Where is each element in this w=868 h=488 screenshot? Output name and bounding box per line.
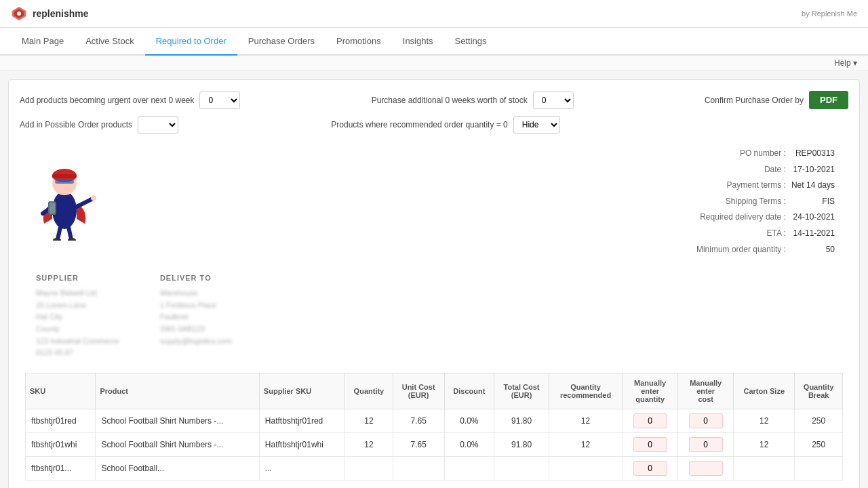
po-payment-label: Payment terms : [694, 178, 789, 194]
deliver-to-address: Warehouse1 Fictitious PlaceFaulknerSW1 0… [160, 287, 232, 347]
app-tagline: by Replenish Me [802, 9, 857, 18]
confirm-po-group: Confirm Purchase Order by PDF [705, 91, 848, 109]
cell-manually-cost[interactable] [678, 456, 734, 480]
manually-cost-input[interactable] [689, 413, 723, 428]
cell-discount: 0.0% [444, 409, 494, 432]
logo-area: replenishme [11, 5, 88, 22]
cell-supplier-sku: Hatftbshtjr01red [259, 409, 344, 432]
svg-point-2 [17, 12, 21, 16]
table-row: ftbshtjr01...School Football...... [26, 456, 843, 480]
cell-discount [444, 456, 494, 480]
cell-product: School Football Shirt Numbers -... [96, 432, 259, 456]
table-row: ftbshtjr01whiSchool Football Shirt Numbe… [26, 432, 843, 456]
pdf-button[interactable]: PDF [809, 91, 848, 109]
nav-settings[interactable]: Settings [444, 28, 498, 56]
possible-order-select[interactable] [138, 116, 178, 134]
help-bar: Help ▾ [0, 56, 868, 71]
help-link[interactable]: Help ▾ [834, 58, 857, 68]
cell-quantity: 12 [345, 432, 393, 456]
cell-qty-recommended: 12 [549, 432, 622, 456]
order-table: SKU Product Supplier SKU Quantity Unit C… [25, 373, 843, 481]
svg-line-11 [68, 227, 71, 239]
table-row: ftbshtjr01redSchool Football Shirt Numbe… [26, 409, 843, 432]
po-date-value: 17-10-2021 [789, 162, 837, 178]
supplier-address: Mayne Bidwell Ltd15 Lorem LaneHat CityCo… [36, 287, 119, 359]
manually-qty-input[interactable] [633, 461, 667, 476]
col-product: Product [96, 373, 259, 409]
po-shipping-value: FIS [789, 194, 837, 210]
svg-line-10 [58, 227, 60, 239]
manually-qty-input[interactable] [633, 413, 667, 428]
logo-icon [11, 5, 27, 22]
cell-quantity [345, 456, 393, 480]
cell-qty-break: 250 [795, 432, 843, 456]
cell-total-cost: 91.80 [494, 432, 549, 456]
col-discount: Discount [444, 373, 494, 409]
col-qty-recommended: Quantityrecommended [549, 373, 622, 409]
cell-manually-cost[interactable] [678, 432, 734, 456]
nav-promotions[interactable]: Promotions [326, 28, 392, 56]
po-details: PO number : REP00313 Date : 17-10-2021 P… [694, 146, 837, 258]
confirm-po-label: Confirm Purchase Order by [705, 96, 804, 105]
possible-order-label: Add in Possible Order products [20, 120, 132, 129]
po-eta-label: ETA : [694, 226, 789, 242]
additional-weeks-filter-group: Purchase additional 0 weeks worth of sto… [372, 92, 574, 109]
nav-purchase-orders[interactable]: Purchase Orders [237, 28, 326, 56]
cell-carton-size: 12 [734, 432, 795, 456]
cell-sku: ftbshtjr01red [26, 409, 96, 432]
col-unit-cost: Unit Cost(EUR) [393, 373, 444, 409]
cell-qty-break: 250 [795, 409, 843, 432]
urgency-filter-select[interactable]: 012 [199, 92, 240, 109]
deliver-to-title: DELIVER TO [160, 274, 232, 282]
additional-weeks-select[interactable]: 012 [533, 92, 574, 109]
col-carton-size: Carton Size [734, 373, 795, 409]
manually-cost-input[interactable] [689, 461, 723, 476]
cell-manually-qty[interactable] [623, 432, 678, 456]
cell-discount: 0.0% [444, 432, 494, 456]
cell-sku: ftbshtjr01... [26, 456, 96, 480]
cell-supplier-sku: ... [259, 456, 344, 480]
app-name: replenishme [33, 8, 88, 19]
col-manually-qty: Manuallyenterquantity [623, 373, 678, 409]
po-number-label: PO number : [694, 146, 789, 162]
additional-weeks-label: Purchase additional 0 weeks worth of sto… [372, 96, 528, 105]
cell-quantity: 12 [345, 409, 393, 432]
cell-qty-recommended [549, 456, 622, 480]
po-delivery-label: Required delivery date : [694, 209, 789, 226]
col-total-cost: Total Cost(EUR) [494, 373, 549, 409]
cell-carton-size [734, 456, 795, 480]
filter-row-2: Add in Possible Order products Products … [20, 116, 848, 134]
cell-product: School Football... [96, 456, 259, 480]
po-date-label: Date : [694, 162, 789, 178]
nav-required-to-order[interactable]: Required to Order [145, 28, 237, 56]
address-section: SUPPLIER Mayne Bidwell Ltd15 Lorem LaneH… [20, 268, 848, 373]
data-table-wrap: SKU Product Supplier SKU Quantity Unit C… [25, 373, 843, 481]
col-qty-break: QuantityBreak [795, 373, 843, 409]
cell-manually-qty[interactable] [623, 456, 678, 480]
po-delivery-value: 24-10-2021 [789, 209, 837, 226]
cell-supplier-sku: Hatftbshtjr01whi [259, 432, 344, 456]
manually-qty-input[interactable] [633, 437, 667, 452]
svg-point-16 [91, 195, 96, 201]
cell-manually-qty[interactable] [623, 409, 678, 432]
mascot-svg [31, 146, 98, 241]
col-supplier-sku: Supplier SKU [259, 373, 344, 409]
col-sku: SKU [26, 373, 96, 409]
po-number-value: REP00313 [789, 146, 837, 162]
nav-active-stock[interactable]: Active Stock [75, 28, 145, 56]
col-manually-cost: Manuallyentercost [678, 373, 734, 409]
cell-total-cost: 91.80 [494, 409, 549, 432]
supplier-block: SUPPLIER Mayne Bidwell Ltd15 Lorem LaneH… [36, 274, 119, 359]
main-nav: Main Page Active Stock Required to Order… [0, 28, 868, 56]
cell-product: School Football Shirt Numbers -... [96, 409, 259, 432]
cell-manually-cost[interactable] [678, 409, 734, 432]
possible-order-filter-group: Add in Possible Order products [20, 116, 178, 134]
nav-main-page[interactable]: Main Page [11, 28, 75, 56]
po-moq-value: 50 [789, 242, 837, 258]
zero-qty-select[interactable]: HideShow [513, 116, 560, 134]
svg-rect-6 [52, 174, 77, 178]
po-shipping-label: Shipping Terms : [694, 194, 789, 210]
nav-insights[interactable]: Insights [392, 28, 444, 56]
zero-qty-filter-group: Products where recommended order quantit… [331, 116, 559, 134]
manually-cost-input[interactable] [689, 437, 723, 452]
